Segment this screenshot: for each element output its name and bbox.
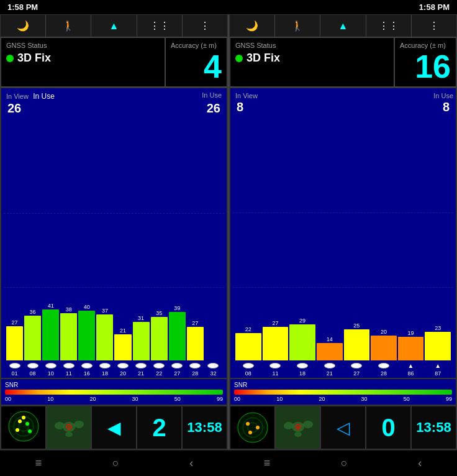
right-chart-header: In View In Use	[233, 91, 453, 101]
left-snr-scale: 00 10 20 30 50 99	[5, 396, 223, 402]
left-widget-time: 13:58	[182, 406, 227, 449]
left-btn-share[interactable]: ⋮⋮	[137, 15, 183, 37]
sat-bar-wrap: 27	[187, 320, 204, 360]
right-big-number: 0	[381, 414, 395, 442]
left-btn-moon[interactable]: 🌙	[1, 15, 46, 37]
right-nav-back[interactable]: ‹	[410, 454, 429, 472]
sat-dot	[269, 363, 281, 368]
sat-bar-label: 20	[381, 329, 387, 335]
sat-id: 08	[24, 370, 41, 377]
right-btn-moon[interactable]: 🌙	[230, 15, 275, 37]
right-inuse-count: 8	[443, 101, 450, 113]
sat-dot	[27, 363, 38, 368]
sat-id: 10	[42, 370, 59, 377]
right-gnss-row: 3D Fix	[235, 52, 389, 65]
right-snr-label: SNR	[234, 382, 452, 388]
left-time: 1:58 PM	[7, 2, 38, 12]
right-dashed-line-2	[233, 287, 453, 288]
left-nav-back[interactable]: ‹	[182, 454, 201, 472]
sat-bar	[133, 322, 150, 360]
sat-dot: ▲	[432, 363, 443, 368]
sat-dot	[243, 363, 254, 368]
sat-dot	[9, 363, 20, 368]
sat-id: 21	[317, 370, 343, 377]
left-bottom-row: ◀ 2 13:58	[1, 405, 227, 449]
left-btn-person[interactable]: 🚶	[46, 15, 91, 37]
svg-point-7	[16, 428, 19, 432]
sat-bar-label: 40	[84, 304, 90, 310]
right-gnss-status: 3D Fix	[247, 52, 280, 65]
right-btn-person[interactable]: 🚶	[275, 15, 320, 37]
left-dashed-line-2	[4, 287, 224, 288]
svg-point-31	[297, 426, 299, 428]
svg-point-23	[256, 426, 260, 429]
sat-bar-wrap: 39	[169, 305, 186, 360]
sat-bar-label: 27	[12, 319, 18, 326]
right-time: 13:58	[416, 419, 451, 436]
left-btn-nav[interactable]: ▲	[91, 15, 137, 37]
sat-bar-wrap: 37	[96, 308, 113, 360]
sat-bar-wrap: 27	[263, 320, 289, 360]
sat-id: 22	[151, 370, 168, 377]
sat-bar-wrap: 21	[114, 327, 131, 360]
right-nav-arrow-icon: ◁	[337, 418, 350, 438]
left-btn-more[interactable]: ⋮	[183, 15, 227, 37]
sat-id: 32	[205, 370, 222, 377]
sat-id: 18	[96, 370, 113, 377]
sat-id: 11	[263, 370, 289, 377]
right-nav-menu[interactable]: ≡	[256, 454, 278, 472]
sat-bar	[317, 343, 343, 360]
right-inview-label: In View	[235, 92, 258, 99]
status-bar: 1:58 PM 1:58 PM	[0, 0, 457, 14]
right-widget-time: 13:58	[411, 406, 456, 449]
sat-id: 08	[235, 370, 261, 377]
left-inuse-label: In Use	[33, 92, 55, 101]
left-chart-area: 2736413840372131353927	[4, 116, 224, 362]
left-radar-svg	[7, 410, 40, 442]
right-widget-number: 0	[366, 406, 411, 449]
sat-bar-wrap: 19	[398, 330, 424, 360]
sat-bar-wrap: 22	[235, 326, 261, 360]
right-accuracy-value: 16	[400, 50, 451, 83]
right-gnss-title: GNSS Status	[235, 42, 389, 49]
left-nav-panel: ≡ ○ ‹	[0, 454, 228, 472]
right-radar-svg	[237, 411, 269, 444]
sat-bar-label: 35	[156, 310, 162, 316]
sat-bar-label: 41	[48, 303, 54, 309]
right-dashed-line-1	[233, 213, 453, 213]
right-accuracy-card: Accuracy (± m) 16	[394, 37, 456, 87]
svg-point-8	[28, 429, 32, 433]
sat-bar-wrap: 40	[78, 304, 95, 360]
sat-bar-wrap: 25	[344, 323, 370, 360]
svg-point-6	[25, 422, 29, 426]
sat-id: 27	[169, 370, 186, 377]
right-btn-more[interactable]: ⋮	[412, 15, 456, 37]
sat-bar	[6, 326, 23, 360]
sat-bar-label: 37	[102, 308, 108, 314]
nav-bar: ≡ ○ ‹ ≡ ○ ‹	[0, 450, 457, 476]
right-btn-nav[interactable]: ▲	[320, 15, 366, 37]
svg-point-16	[68, 426, 70, 428]
sat-bar-label: 38	[66, 306, 72, 313]
sat-bar-label: 19	[408, 330, 414, 336]
sat-bar	[371, 336, 397, 360]
sat-id: 87	[425, 370, 451, 377]
right-btn-share[interactable]: ⋮⋮	[366, 15, 412, 37]
left-chart-header: In View In Use In Use	[4, 91, 224, 102]
right-sat-chart: In View In Use 8 8 2227291425201923 ▲▲ 0…	[230, 88, 456, 378]
sat-bar	[42, 309, 59, 360]
right-widget-arrow: ◁	[320, 406, 366, 449]
sat-dot	[117, 363, 129, 368]
sat-dot	[378, 363, 389, 368]
left-map-svg	[50, 414, 88, 441]
right-nav-home[interactable]: ○	[333, 454, 355, 472]
sat-id: 20	[114, 370, 131, 377]
left-gnss-title: GNSS Status	[6, 42, 160, 49]
left-snr-bar	[5, 390, 223, 395]
right-dots-row: ▲▲	[233, 362, 453, 370]
left-widget-radar	[1, 406, 46, 449]
sat-dot	[135, 363, 147, 368]
left-nav-menu[interactable]: ≡	[28, 454, 50, 472]
sat-bar-label: 25	[353, 323, 360, 329]
left-nav-home[interactable]: ○	[105, 454, 127, 472]
